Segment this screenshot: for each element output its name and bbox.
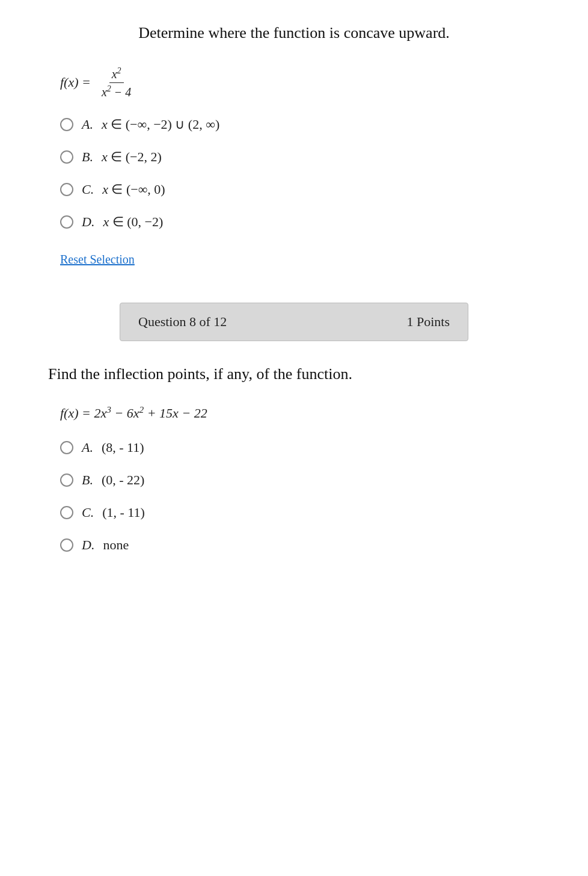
- radio-q8-d[interactable]: [60, 538, 73, 552]
- option-label-q7-b: B.: [82, 149, 93, 165]
- option-text-q8-a: (8, - 11): [102, 440, 144, 455]
- fraction-numerator-q7: x2: [109, 66, 124, 83]
- option-text-q8-c: (1, - 11): [102, 505, 145, 520]
- radio-q7-a[interactable]: [60, 118, 73, 131]
- options-list-q7: A. x ∈ (−∞, −2) ∪ (2, ∞) B. x ∈ (−2, 2) …: [60, 117, 540, 230]
- option-label-q8-a: A.: [82, 440, 93, 455]
- fraction-q7: x2 x2 − 4: [99, 66, 133, 99]
- option-item-q8-c: C. (1, - 11): [60, 505, 540, 520]
- option-text-q8-d: none: [103, 537, 129, 553]
- reset-selection-link-q7[interactable]: Reset Selection: [60, 253, 135, 267]
- option-item-q8-d: D. none: [60, 537, 540, 553]
- option-label-q7-c: C.: [82, 182, 94, 197]
- function-label-q7: f(x) =: [60, 75, 91, 90]
- option-item-q7-b: B. x ∈ (−2, 2): [60, 149, 540, 165]
- option-text-q7-d: x ∈ (0, −2): [103, 214, 163, 230]
- radio-q8-a[interactable]: [60, 441, 73, 454]
- option-text-q7-b: x ∈ (−2, 2): [102, 149, 162, 165]
- option-text-q7-a: x ∈ (−∞, −2) ∪ (2, ∞): [102, 117, 219, 132]
- radio-q7-c[interactable]: [60, 183, 73, 196]
- option-item-q7-a: A. x ∈ (−∞, −2) ∪ (2, ∞): [60, 117, 540, 132]
- fraction-denominator-q7: x2 − 4: [99, 83, 133, 99]
- option-text-q7-c: x ∈ (−∞, 0): [102, 182, 165, 197]
- question-7-function: f(x) = x2 x2 − 4: [60, 66, 540, 99]
- question-7-block: Determine where the function is concave …: [48, 24, 540, 285]
- radio-q8-b[interactable]: [60, 473, 73, 487]
- question-8-title: Find the inflection points, if any, of t…: [48, 365, 540, 383]
- option-label-q8-d: D.: [82, 537, 94, 553]
- function-label-q8: f(x) = 2x3 − 6x2 + 15x − 22: [60, 404, 207, 421]
- radio-q8-c[interactable]: [60, 506, 73, 519]
- option-item-q7-c: C. x ∈ (−∞, 0): [60, 182, 540, 197]
- radio-q7-b[interactable]: [60, 150, 73, 164]
- option-text-q8-b: (0, - 22): [102, 472, 144, 488]
- option-item-q8-b: B. (0, - 22): [60, 472, 540, 488]
- question-8-block: Find the inflection points, if any, of t…: [48, 365, 540, 552]
- option-label-q7-d: D.: [82, 214, 94, 230]
- option-label-q7-a: A.: [82, 117, 93, 132]
- question-bar-right: 1 Points: [406, 314, 450, 330]
- question-bar: Question 8 of 12 1 Points: [120, 303, 468, 341]
- option-label-q8-b: B.: [82, 472, 93, 488]
- option-item-q8-a: A. (8, - 11): [60, 440, 540, 455]
- question-7-title: Determine where the function is concave …: [48, 24, 540, 42]
- options-list-q8: A. (8, - 11) B. (0, - 22) C. (1, - 11) D…: [60, 440, 540, 553]
- option-label-q8-c: C.: [82, 505, 94, 520]
- radio-q7-d[interactable]: [60, 215, 73, 229]
- option-item-q7-d: D. x ∈ (0, −2): [60, 214, 540, 230]
- question-8-function: f(x) = 2x3 − 6x2 + 15x − 22: [60, 404, 540, 421]
- question-bar-left: Question 8 of 12: [138, 314, 227, 330]
